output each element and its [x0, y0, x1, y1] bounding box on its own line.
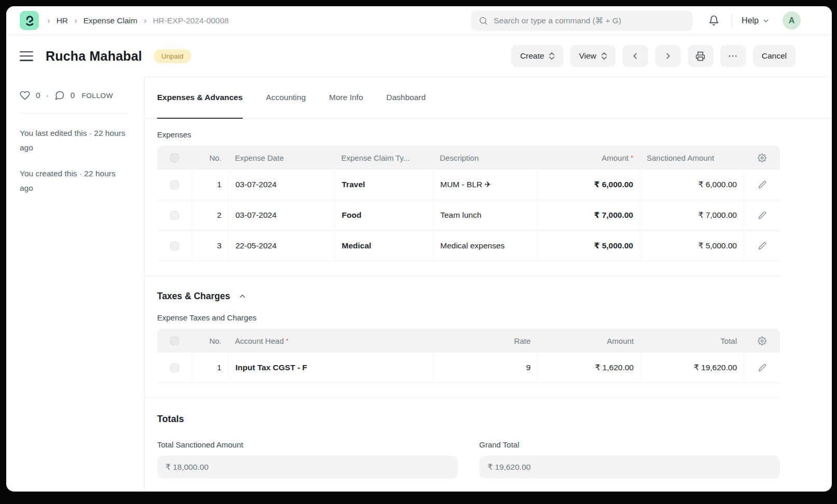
cell-amount[interactable]: ₹ 1,620.00 — [537, 353, 640, 383]
chevron-down-icon — [763, 18, 769, 24]
cell-description[interactable]: Medical expenses — [433, 231, 537, 261]
section-divider — [145, 398, 780, 398]
cell-sanctioned-amount[interactable]: ₹ 7,000.00 — [640, 200, 744, 230]
status-badge: Unpaid — [154, 49, 191, 63]
view-button[interactable]: View — [570, 45, 615, 67]
printer-icon — [695, 51, 705, 61]
column-header-no: No. — [192, 329, 228, 353]
comments-count: 0 — [71, 91, 75, 100]
cell-no: 1 — [192, 170, 228, 200]
total-sanctioned-amount-field: Total Sanctioned Amount ₹ 18,000.00 — [157, 440, 458, 479]
follow-button[interactable]: FOLLOW — [81, 92, 113, 100]
edit-row-button[interactable] — [758, 180, 766, 189]
create-button[interactable]: Create — [511, 45, 564, 67]
navbar-right: Help A — [705, 11, 801, 30]
sidebar-toggle-icon[interactable] — [20, 51, 33, 61]
print-button[interactable] — [688, 45, 714, 67]
grand-total-value[interactable]: ₹ 19,620.00 — [479, 456, 780, 479]
form-tabs: Expenses & Advances Accounting More Info… — [145, 77, 832, 119]
social-row: 0 · 0 FOLLOW — [20, 90, 130, 101]
row-checkbox[interactable] — [170, 242, 179, 250]
tax-row: 1 Input Tax CGST - F 9 ₹ 1,620.00 ₹ 19,6… — [157, 353, 780, 383]
pencil-icon — [758, 363, 766, 372]
tab-accounting[interactable]: Accounting — [266, 77, 306, 119]
edit-row-button[interactable] — [758, 242, 766, 250]
selector-icon — [602, 52, 607, 60]
cancel-button[interactable]: Cancel — [753, 45, 796, 67]
navbar: › HR › Expense Claim › HR-EXP-2024-00008… — [6, 6, 832, 35]
tab-more-info[interactable]: More Info — [329, 77, 363, 119]
search-input[interactable] — [471, 10, 693, 31]
field-label: Total Sanctioned Amount — [157, 440, 458, 449]
cell-expense-claim-type[interactable]: Food — [334, 200, 433, 230]
column-header-total: Total — [640, 329, 744, 353]
app-logo-icon[interactable] — [20, 11, 39, 30]
cell-no: 1 — [192, 353, 228, 383]
app-window: › HR › Expense Claim › HR-EXP-2024-00008… — [6, 6, 832, 492]
menu-button[interactable]: ⋯ — [720, 45, 746, 67]
breadcrumb-item-expense-claim[interactable]: Expense Claim — [83, 16, 137, 25]
taxes-table-label: Expense Taxes and Charges — [157, 313, 780, 322]
navbar-divider — [732, 14, 732, 27]
cell-description[interactable]: Team lunch — [433, 200, 537, 230]
select-all-checkbox[interactable] — [170, 153, 179, 162]
help-menu[interactable]: Help — [742, 16, 769, 25]
comment-icon[interactable] — [54, 90, 65, 101]
previous-document-button[interactable] — [622, 45, 648, 67]
column-header-account-head: Account Head* — [228, 329, 434, 353]
cell-amount[interactable]: ₹ 7,000.00 — [537, 200, 640, 230]
cell-expense-date[interactable]: 22-05-2024 — [228, 231, 334, 261]
collapse-section-button[interactable] — [239, 292, 246, 300]
cell-expense-claim-type[interactable]: Travel — [334, 170, 433, 200]
cell-rate[interactable]: 9 — [434, 353, 537, 383]
gear-icon — [758, 153, 766, 162]
taxes-section-head: Taxes & Charges — [157, 291, 780, 302]
cell-expense-date[interactable]: 03-07-2024 — [228, 170, 334, 200]
breadcrumb-item-hr[interactable]: HR — [57, 16, 68, 25]
table-settings-button[interactable] — [758, 153, 766, 162]
column-header-rate: Rate — [434, 329, 537, 353]
cell-expense-date[interactable]: 03-07-2024 — [228, 200, 334, 230]
cell-account-head[interactable]: Input Tax CGST - F — [228, 353, 434, 383]
gear-icon — [758, 337, 766, 345]
cell-expense-claim-type[interactable]: Medical — [334, 231, 433, 261]
table-settings-button[interactable] — [758, 337, 766, 345]
page-head: Rucha Mahabal Unpaid Create View — [6, 35, 832, 77]
edit-row-button[interactable] — [758, 211, 766, 219]
row-checkbox[interactable] — [170, 211, 179, 220]
cell-sanctioned-amount[interactable]: ₹ 6,000.00 — [640, 170, 744, 200]
total-sanctioned-amount-value[interactable]: ₹ 18,000.00 — [157, 456, 458, 479]
last-edited-text: You last edited this · 22 hours ago — [20, 126, 130, 155]
cell-amount[interactable]: ₹ 5,000.00 — [537, 231, 640, 261]
page-actions: Create View — [511, 45, 796, 67]
notifications-button[interactable] — [705, 12, 722, 29]
chevron-left-icon — [631, 52, 639, 60]
chevron-right-icon: › — [47, 16, 50, 26]
create-button-label: Create — [520, 51, 545, 61]
ellipsis-icon: ⋯ — [728, 53, 738, 59]
column-header-expense-date: Expense Date — [228, 146, 334, 170]
edit-row-button[interactable] — [758, 363, 766, 372]
next-document-button[interactable] — [655, 45, 681, 67]
dot-separator: · — [46, 91, 49, 100]
column-header-sanctioned-amount: Sanctioned Amount — [640, 146, 744, 170]
select-all-checkbox[interactable] — [170, 337, 179, 345]
cell-amount[interactable]: ₹ 6,000.00 — [537, 170, 640, 200]
grand-total-field: Grand Total ₹ 19,620.00 — [479, 440, 780, 479]
pencil-icon — [758, 242, 766, 250]
expense-row: 1 03-07-2024 Travel MUM - BLR ✈ ₹ 6,000.… — [157, 170, 780, 200]
tab-expenses-advances[interactable]: Expenses & Advances — [157, 77, 243, 119]
expenses-table-label: Expenses — [157, 130, 780, 139]
column-header-amount: Amount — [537, 329, 640, 353]
row-checkbox[interactable] — [170, 180, 179, 189]
tab-dashboard[interactable]: Dashboard — [386, 77, 426, 119]
row-checkbox[interactable] — [170, 363, 179, 372]
bell-icon — [708, 15, 719, 26]
cell-sanctioned-amount[interactable]: ₹ 5,000.00 — [640, 231, 744, 261]
cell-description[interactable]: MUM - BLR ✈ — [433, 170, 537, 200]
chevron-right-icon — [664, 52, 672, 60]
cell-total[interactable]: ₹ 19,620.00 — [640, 353, 744, 383]
user-avatar[interactable]: A — [783, 11, 801, 30]
required-marker: * — [631, 154, 633, 162]
heart-icon[interactable] — [20, 90, 30, 101]
